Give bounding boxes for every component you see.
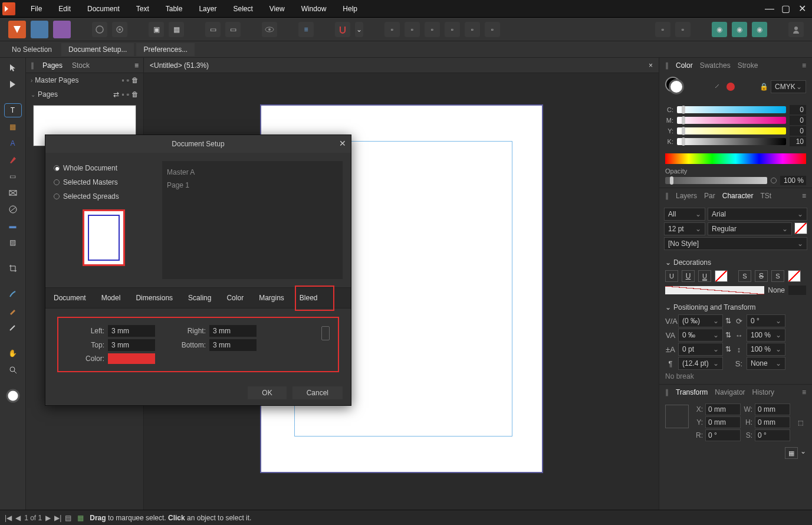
font-size-dropdown[interactable]: 12 pt <box>664 222 705 235</box>
last-page-icon[interactable]: ▶| <box>54 514 61 522</box>
toolbar-align2-icon[interactable]: ▫ <box>405 22 420 37</box>
radio-whole-document[interactable]: Whole Document <box>54 161 154 175</box>
node-tool[interactable] <box>5 78 21 91</box>
tab-swatches[interactable]: Swatches <box>699 60 732 71</box>
panel-grip-icon[interactable]: ∥ <box>664 191 670 201</box>
minimize-button[interactable]: — <box>765 5 773 13</box>
tab-transform[interactable]: Transform <box>675 387 709 398</box>
decorations-header[interactable]: ⌄Decorations <box>665 257 806 268</box>
pages-section[interactable]: ⌄ Pages ⇄ ▫ ▫ 🗑 <box>26 87 143 101</box>
tab-character[interactable]: Character <box>721 191 755 201</box>
baseline-input[interactable]: 0 pt <box>678 343 723 356</box>
crop-tool[interactable] <box>5 262 21 275</box>
k-slider[interactable] <box>677 138 786 145</box>
m-value[interactable]: 0 <box>790 116 806 125</box>
next-page-icon[interactable]: ▶ <box>45 514 51 522</box>
opacity-value[interactable]: 100 % <box>780 176 806 185</box>
toolbar-clip2-icon[interactable]: ▦ <box>169 22 184 37</box>
table-tool[interactable]: ▦ <box>5 120 21 133</box>
underline2-button[interactable]: U <box>682 270 695 282</box>
strike-button[interactable]: S <box>738 270 751 282</box>
k-value[interactable]: 10 <box>790 137 806 146</box>
opacity-slider[interactable] <box>665 177 767 184</box>
tab-par[interactable]: Par <box>703 191 716 201</box>
toolbar-op-add-icon[interactable]: ◉ <box>712 22 727 37</box>
underline-button[interactable]: U <box>665 270 678 282</box>
transparency-tool[interactable] <box>5 203 21 216</box>
bg-swatch[interactable] <box>788 286 806 295</box>
toolbar-align4-icon[interactable]: ▫ <box>445 22 460 37</box>
toggle-ui-icon[interactable]: ▦ <box>77 514 84 522</box>
pan-tool[interactable]: ✋ <box>5 347 21 360</box>
top-input[interactable]: 3 mm <box>108 339 155 351</box>
list-item[interactable]: Master A <box>167 166 338 179</box>
strike2-button[interactable]: S <box>755 270 768 282</box>
close-tab-icon[interactable]: × <box>649 61 653 70</box>
font-filter-dropdown[interactable]: All <box>664 208 705 221</box>
tab-scaling[interactable]: Scaling <box>186 293 213 303</box>
toolbar-align5-icon[interactable]: ▫ <box>465 22 480 37</box>
eyedropper-tool[interactable] <box>5 304 21 317</box>
tab-tst[interactable]: TSt <box>759 191 772 201</box>
first-page-icon[interactable]: |◀ <box>5 514 12 522</box>
lock-icon[interactable]: 🔒 <box>760 83 768 91</box>
anchor-grid[interactable] <box>665 405 689 428</box>
panel-menu-icon[interactable]: ≡ <box>134 61 139 70</box>
prev-page-icon[interactable]: ◀ <box>15 514 21 522</box>
toolbar-align1-icon[interactable]: ▫ <box>384 22 400 37</box>
zoom-tool[interactable] <box>5 363 21 376</box>
menu-select[interactable]: Select <box>225 1 261 17</box>
master-list[interactable]: Master A Page 1 <box>162 161 343 279</box>
picture-frame-tool[interactable] <box>5 186 21 199</box>
brush-tool[interactable] <box>5 288 21 301</box>
preflight-icon[interactable]: ▤ <box>65 514 71 522</box>
c-slider[interactable] <box>677 106 786 113</box>
context-preferences-button[interactable]: Preferences... <box>136 43 195 56</box>
color-tool[interactable] <box>5 389 21 402</box>
menu-help[interactable]: Help <box>334 1 366 17</box>
tab-dimensions[interactable]: Dimensions <box>133 293 175 303</box>
font-family-dropdown[interactable]: Arial <box>708 208 807 221</box>
tab-document[interactable]: Document <box>51 293 88 303</box>
bleed-color-swatch[interactable] <box>108 353 155 364</box>
add-master-icon[interactable]: ▫ <box>121 76 124 84</box>
kerning-input[interactable]: 0 ‰ <box>678 329 723 342</box>
strike3-button[interactable]: S <box>771 270 784 282</box>
fill-tool[interactable]: ▬ <box>5 219 21 232</box>
y-slider[interactable] <box>677 127 786 134</box>
m-slider[interactable] <box>677 117 786 124</box>
toolbar-op-sub-icon[interactable]: ◉ <box>732 22 747 37</box>
y-value[interactable]: 0 <box>790 126 806 136</box>
toolbar-align6-icon[interactable]: ▫ <box>485 22 500 37</box>
s-input[interactable]: 0 ° <box>755 429 790 441</box>
dup-page-icon[interactable]: ▫ <box>127 90 129 99</box>
hue-strip[interactable] <box>665 153 806 164</box>
tab-bleed[interactable]: Bleed <box>297 293 320 303</box>
toolbar-preflight-icon[interactable] <box>92 22 107 37</box>
menu-table[interactable]: Table <box>157 1 191 17</box>
vector-crop-tool[interactable]: ▨ <box>5 236 21 249</box>
align-mode-button[interactable]: ▦ <box>785 447 798 459</box>
close-button[interactable]: ✕ <box>798 5 806 13</box>
menu-file[interactable]: File <box>22 1 50 17</box>
y-input[interactable]: 0 mm <box>705 416 741 428</box>
w-input[interactable]: 0 mm <box>755 403 790 415</box>
toolbar-group1-icon[interactable]: ▫ <box>655 22 670 37</box>
color-menu-icon[interactable]: ≡ <box>801 60 807 71</box>
ok-button[interactable]: OK <box>248 386 286 399</box>
tab-layers[interactable]: Layers <box>675 191 698 201</box>
leading-input[interactable]: (12.4 pt) <box>678 357 723 370</box>
color-mode-dropdown[interactable]: CMYK <box>771 80 806 93</box>
align-menu[interactable]: ⌄ <box>800 447 806 459</box>
rectangle-tool[interactable]: ▭ <box>5 170 21 183</box>
color-sample-icon[interactable] <box>726 83 735 91</box>
cancel-button[interactable]: Cancel <box>292 386 343 399</box>
menu-view[interactable]: View <box>261 1 293 17</box>
tab-navigator[interactable]: Navigator <box>714 387 746 398</box>
add-page-icon[interactable]: ▫ <box>121 90 124 99</box>
persona-designer-icon[interactable] <box>31 21 48 38</box>
font-style-dropdown[interactable]: Regular <box>708 222 792 235</box>
toolbar-preferences-icon[interactable] <box>112 22 127 37</box>
toolbar-group2-icon[interactable]: ▫ <box>675 22 691 37</box>
tab-model[interactable]: Model <box>99 293 123 303</box>
